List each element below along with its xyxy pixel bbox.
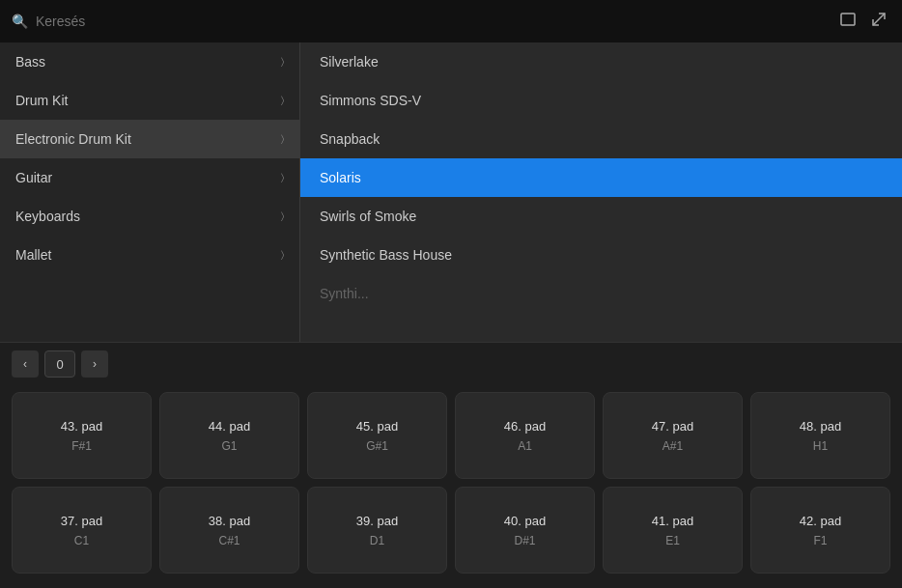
- current-page: 0: [44, 350, 75, 378]
- pad-cell[interactable]: 40. pad D#1: [455, 487, 595, 574]
- next-page-button[interactable]: ›: [81, 350, 108, 378]
- sidebar-item-electronic-drum-kit[interactable]: Electronic Drum Kit 〉: [0, 120, 299, 158]
- pad-cell[interactable]: 45. pad G#1: [307, 392, 447, 479]
- chevron-right-icon: 〉: [281, 172, 284, 183]
- pad-name: 38. pad: [209, 514, 250, 528]
- dropdown-panel: Silverlake Simmons SDS-V Snapback Solari…: [299, 42, 902, 342]
- pad-name: 46. pad: [504, 419, 546, 434]
- sidebar-item-label: Electronic Drum Kit: [15, 131, 131, 147]
- window-button[interactable]: [836, 11, 860, 32]
- sidebar-item-guitar[interactable]: Guitar 〉: [0, 158, 299, 197]
- search-icon: 🔍: [12, 14, 28, 29]
- dropdown-item-label: Silverlake: [320, 54, 379, 70]
- pad-note: F1: [813, 534, 827, 547]
- pad-grid-bottom: 37. pad C1 38. pad C#1 39. pad D1 40. pa…: [12, 487, 890, 574]
- chevron-right-icon: 〉: [281, 210, 284, 222]
- pad-name: 43. pad: [61, 419, 102, 434]
- pad-note: D1: [370, 534, 384, 547]
- pad-cell[interactable]: 38. pad C#1: [159, 487, 299, 574]
- sidebar-item-label: Bass: [15, 54, 45, 70]
- pad-name: 44. pad: [209, 419, 250, 434]
- pad-section: 43. pad F#1 44. pad G1 45. pad G#1 46. p…: [0, 384, 902, 588]
- pad-cell[interactable]: 46. pad A1: [455, 392, 595, 479]
- pad-note: G1: [221, 439, 237, 453]
- pad-cell[interactable]: 37. pad C1: [12, 487, 152, 574]
- dropdown-item-label: Synthetic Bass House: [320, 247, 452, 263]
- pad-name: 41. pad: [652, 514, 693, 528]
- dropdown-item-label: Swirls of Smoke: [320, 209, 416, 224]
- dropdown-item-label: Snapback: [320, 131, 380, 147]
- chevron-right-icon: 〉: [281, 249, 284, 261]
- search-bar: 🔍: [0, 0, 902, 42]
- chevron-right-icon: 〉: [281, 56, 284, 68]
- dropdown-item-snapback[interactable]: Snapback: [300, 120, 902, 158]
- chevron-right-icon: 〉: [281, 95, 284, 106]
- pad-cell[interactable]: 42. pad F1: [750, 487, 890, 574]
- dropdown-item-silverlake[interactable]: Silverlake: [300, 42, 902, 81]
- svg-rect-0: [841, 14, 855, 25]
- list-section: Bass 〉 Drum Kit 〉 Electronic Drum Kit 〉 …: [0, 42, 902, 342]
- pad-cell[interactable]: 44. pad G1: [159, 392, 299, 479]
- sidebar-item-label: Mallet: [15, 247, 51, 263]
- pad-grid-top: 43. pad F#1 44. pad G1 45. pad G#1 46. p…: [12, 392, 890, 479]
- sidebar-item-keyboards[interactable]: Keyboards 〉: [0, 197, 299, 236]
- pad-note: F#1: [71, 439, 92, 453]
- pad-name: 47. pad: [652, 419, 693, 434]
- pad-note: D#1: [514, 534, 535, 547]
- pad-name: 40. pad: [504, 514, 546, 528]
- pad-name: 45. pad: [356, 419, 398, 434]
- search-right-icons: [836, 10, 890, 33]
- sidebar-item-drum-kit[interactable]: Drum Kit 〉: [0, 81, 299, 120]
- sidebar-item-label: Drum Kit: [15, 93, 68, 108]
- pad-note: C1: [74, 534, 89, 547]
- pad-note: A#1: [662, 439, 683, 453]
- dropdown-item-simmons[interactable]: Simmons SDS-V: [300, 81, 902, 120]
- pagination-bar: ‹ 0 ›: [0, 342, 902, 384]
- dropdown-item-label: Synthi...: [320, 286, 369, 301]
- prev-page-button[interactable]: ‹: [12, 350, 39, 378]
- pad-name: 39. pad: [356, 514, 398, 528]
- pad-name: 42. pad: [800, 514, 841, 528]
- pad-note: C#1: [218, 534, 240, 547]
- pad-cell[interactable]: 47. pad A#1: [603, 392, 743, 479]
- sidebar-item-label: Keyboards: [15, 209, 80, 224]
- dropdown-item-synthi[interactable]: Synthi...: [300, 274, 902, 313]
- pad-note: E1: [665, 534, 680, 547]
- dropdown-item-label: Simmons SDS-V: [320, 93, 421, 108]
- sidebar-item-mallet[interactable]: Mallet 〉: [0, 236, 299, 274]
- sidebar-item-label: Guitar: [15, 170, 52, 185]
- collapse-button[interactable]: [867, 10, 890, 33]
- pad-note: A1: [518, 439, 532, 453]
- dropdown-item-label: Solaris: [320, 170, 361, 185]
- dropdown-item-swirls[interactable]: Swirls of Smoke: [300, 197, 902, 236]
- pad-cell[interactable]: 39. pad D1: [307, 487, 447, 574]
- sidebar: Bass 〉 Drum Kit 〉 Electronic Drum Kit 〉 …: [0, 42, 299, 342]
- pad-name: 48. pad: [800, 419, 841, 434]
- pad-cell[interactable]: 41. pad E1: [603, 487, 743, 574]
- dropdown-item-solaris[interactable]: Solaris: [300, 158, 902, 197]
- pad-note: G#1: [366, 439, 388, 453]
- pad-cell[interactable]: 43. pad F#1: [12, 392, 152, 479]
- pad-name: 37. pad: [61, 514, 102, 528]
- dropdown-item-synthetic-bass[interactable]: Synthetic Bass House: [300, 236, 902, 274]
- pad-cell[interactable]: 48. pad H1: [750, 392, 890, 479]
- chevron-right-icon: 〉: [281, 133, 284, 145]
- search-input[interactable]: [36, 14, 829, 29]
- pad-note: H1: [813, 439, 828, 453]
- sidebar-item-bass[interactable]: Bass 〉: [0, 42, 299, 81]
